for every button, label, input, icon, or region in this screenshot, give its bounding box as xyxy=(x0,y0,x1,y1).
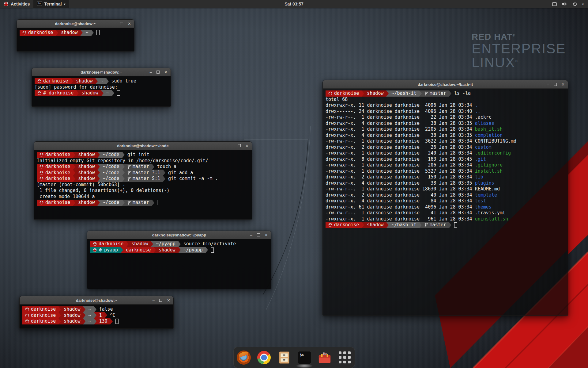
terminal-line: darknoiseshadow~sudo true xyxy=(35,78,168,84)
prompt-segment-text: darknoise xyxy=(334,222,359,228)
toolbox-icon[interactable] xyxy=(317,350,332,365)
prompt-segment-text: shadow xyxy=(64,306,80,312)
terminal-body[interactable]: darknoiseshadow~/pyappsource bin/activat… xyxy=(87,239,271,289)
terminal-line: darknoiseshadow~1^C xyxy=(22,312,171,319)
powerline-arrow-icon xyxy=(58,306,61,312)
redhat-prompt-icon xyxy=(40,153,43,157)
prompt-segment-text: ~ xyxy=(88,318,91,324)
prompt-segment-h: shadow xyxy=(61,312,83,318)
ls-row-meta: -rw-rw-r--. 1 darknoise darknoise 41 Jan… xyxy=(326,210,475,216)
activities-label: Activities xyxy=(11,2,30,6)
powerline-arrow-icon xyxy=(94,306,96,312)
minimize-button[interactable]: – xyxy=(231,144,233,148)
prompt-segment-h: shadow xyxy=(364,90,386,97)
redhat-prompt-icon xyxy=(93,242,97,246)
screen-icon[interactable] xyxy=(552,2,557,6)
terminal-line: [sudo] password for darknoise: xyxy=(35,84,168,90)
ls-row-filename: test xyxy=(475,198,486,204)
terminal-body[interactable]: darknoiseshadow~sudo true[sudo] password… xyxy=(32,76,171,106)
prompt-segment-text: shadow xyxy=(131,241,148,247)
terminal-line: darknoiseshadow~/bash-itmasterls -la xyxy=(326,90,565,97)
close-button[interactable]: ✕ xyxy=(265,233,268,237)
minimize-button[interactable]: – xyxy=(547,82,549,86)
close-button[interactable]: ✕ xyxy=(128,22,131,26)
terminal-line: -rwxrwxr-x. 1 darknoise darknoise 961 Ja… xyxy=(326,216,565,222)
terminal-window: darknoise@shadow:~/code–✕darknoiseshadow… xyxy=(34,141,252,220)
terminal-icon[interactable]: $> xyxy=(297,350,312,365)
clock-label[interactable]: Sat 03:57 xyxy=(285,2,303,6)
maximize-button[interactable] xyxy=(554,83,557,86)
prompt-segment-text: ~ xyxy=(106,90,109,96)
minimize-button[interactable]: – xyxy=(113,22,115,26)
volume-icon[interactable] xyxy=(562,2,567,6)
window-titlebar[interactable]: darknoise@shadow:~/bash-it–✕ xyxy=(323,80,568,89)
maximize-button[interactable] xyxy=(159,299,162,302)
redhat-prompt-icon xyxy=(25,319,29,323)
terminal-icon-glyph: $> xyxy=(298,351,311,364)
terminal-line: drwx------. 24 darknoise darknoise 4096 … xyxy=(326,109,565,115)
powerline-arrow-icon xyxy=(151,241,153,247)
files-icon[interactable] xyxy=(277,350,292,365)
powerline-arrow-icon xyxy=(101,90,104,96)
window-titlebar[interactable]: darknoise@shadow:~–✕ xyxy=(32,68,171,76)
close-button[interactable]: ✕ xyxy=(164,70,168,74)
powerline-arrow-icon xyxy=(56,30,58,36)
powerline-arrow-icon xyxy=(71,78,73,84)
python-icon xyxy=(99,248,102,252)
powerline-arrow-icon xyxy=(97,152,100,158)
close-button[interactable]: ✕ xyxy=(561,82,565,86)
maximize-button[interactable] xyxy=(120,22,123,25)
terminal-line: darknoiseshadow~ xyxy=(20,30,131,36)
window-controls: –✕ xyxy=(547,80,565,88)
terminal-body[interactable]: darknoiseshadow~ xyxy=(17,28,134,51)
system-status-area[interactable]: ▾ xyxy=(552,0,588,8)
minimize-button[interactable]: – xyxy=(153,298,155,302)
firefox-icon[interactable] xyxy=(236,350,251,365)
powerline-arrow-icon xyxy=(122,152,125,158)
prompt-segment-text: darknoise xyxy=(334,90,359,97)
show-apps-icon[interactable] xyxy=(337,350,352,365)
window-titlebar[interactable]: darknoise@shadow:~/code–✕ xyxy=(34,142,252,150)
prompt-segment-text: pyapp xyxy=(104,247,118,253)
chevron-down-icon[interactable]: ▾ xyxy=(582,2,584,6)
branch-icon xyxy=(127,171,131,175)
prompt-segment-text: darknoise xyxy=(28,30,53,36)
terminal-line: drwxrwxr-x. 61 darknoise darknoise 4096 … xyxy=(326,204,565,210)
prompt-segment-text: ~ xyxy=(88,306,91,312)
terminal-body[interactable]: darknoiseshadow~/codegit initInitialized… xyxy=(34,150,252,219)
maximize-button[interactable] xyxy=(156,71,160,74)
terminal-window: darknoise@shadow:~/pyapp–✕darknoiseshado… xyxy=(87,231,271,289)
power-icon[interactable] xyxy=(573,2,577,6)
focused-app-menu[interactable]: $> Terminal ▾ xyxy=(33,0,69,8)
prompt-segment-text: master xyxy=(430,90,446,97)
maximize-button[interactable] xyxy=(238,144,241,147)
terminal-line: 1 file changed, 0 insertions(+), 0 delet… xyxy=(37,188,249,194)
terminal-line: -rwxrwxr-x. 1 darknoise darknoise 2205 J… xyxy=(326,126,565,132)
powerline-arrow-icon xyxy=(83,312,85,318)
close-button[interactable]: ✕ xyxy=(245,144,249,148)
minimize-button[interactable]: – xyxy=(150,70,152,74)
close-button[interactable]: ✕ xyxy=(167,298,170,302)
maximize-button[interactable] xyxy=(257,233,260,236)
prompt-segment-h: shadow xyxy=(75,176,97,182)
window-titlebar[interactable]: darknoise@shadow:~/pyapp–✕ xyxy=(87,231,271,239)
window-controls: –✕ xyxy=(113,20,131,28)
window-titlebar[interactable]: darknoise@shadow:~–✕ xyxy=(17,20,134,28)
prompt-segment-text: ~/pyapp xyxy=(183,247,203,253)
activities-button[interactable]: Activities xyxy=(0,0,33,8)
rhel-branding: RED HAT® ENTERPRISE LINUX® xyxy=(472,33,566,70)
terminal-line: drwxrwxr-x. 2 darknoise darknoise 26 Jan… xyxy=(326,144,565,151)
ls-row-meta: -rwxrwxr-x. 1 darknoise darknoise 2205 J… xyxy=(326,126,475,132)
powerline-arrow-icon xyxy=(178,247,181,253)
minimize-button[interactable]: – xyxy=(250,233,252,237)
command-text: ls -la xyxy=(454,90,471,97)
terminal-line: -rwxrwxr-x. 1 darknoise darknoise 5327 J… xyxy=(326,168,565,174)
terminal-body[interactable]: darknoiseshadow~/bash-itmasterls -latota… xyxy=(323,89,568,315)
terminal-body[interactable]: darknoiseshadow~falsedarknoiseshadow~1^C… xyxy=(20,305,173,328)
powerline-arrow-icon xyxy=(73,200,75,206)
terminal-line: darknoiseshadow~false xyxy=(22,306,171,312)
prompt-segment-u: darknoise xyxy=(37,164,73,170)
window-titlebar[interactable]: darknoise@shadow:~–✕ xyxy=(20,296,173,305)
chrome-icon[interactable] xyxy=(257,350,271,365)
prompt-segment-h: shadow xyxy=(73,78,95,84)
